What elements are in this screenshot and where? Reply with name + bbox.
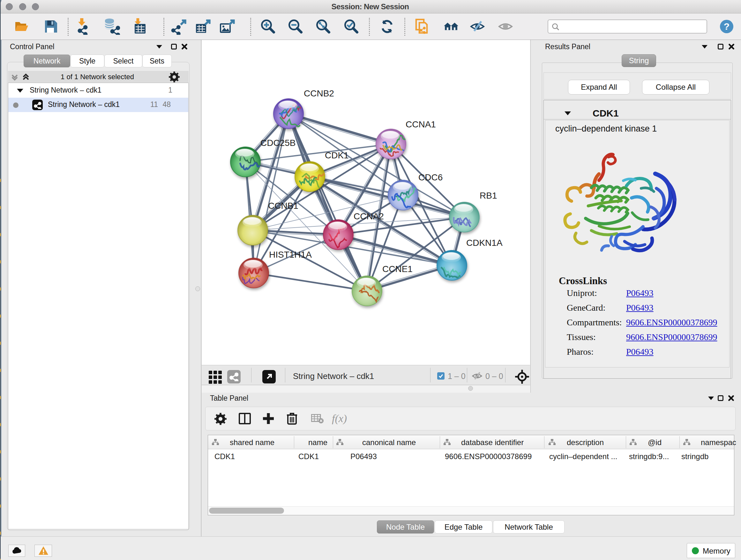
svg-text:CCNB1: CCNB1 xyxy=(268,201,298,211)
svg-text:CCNA2: CCNA2 xyxy=(354,211,384,221)
svg-text:CDKN1A: CDKN1A xyxy=(466,238,502,248)
svg-text:CDC25B: CDC25B xyxy=(260,138,295,148)
svg-text:CDK1: CDK1 xyxy=(325,150,349,160)
svg-text:CDC6: CDC6 xyxy=(418,172,443,182)
svg-text:HIST1H1A: HIST1H1A xyxy=(269,250,312,260)
svg-text:CCNB2: CCNB2 xyxy=(304,88,334,98)
svg-text:RB1: RB1 xyxy=(480,191,497,200)
svg-text:CCNE1: CCNE1 xyxy=(382,264,413,274)
svg-text:CCNA1: CCNA1 xyxy=(406,119,436,129)
